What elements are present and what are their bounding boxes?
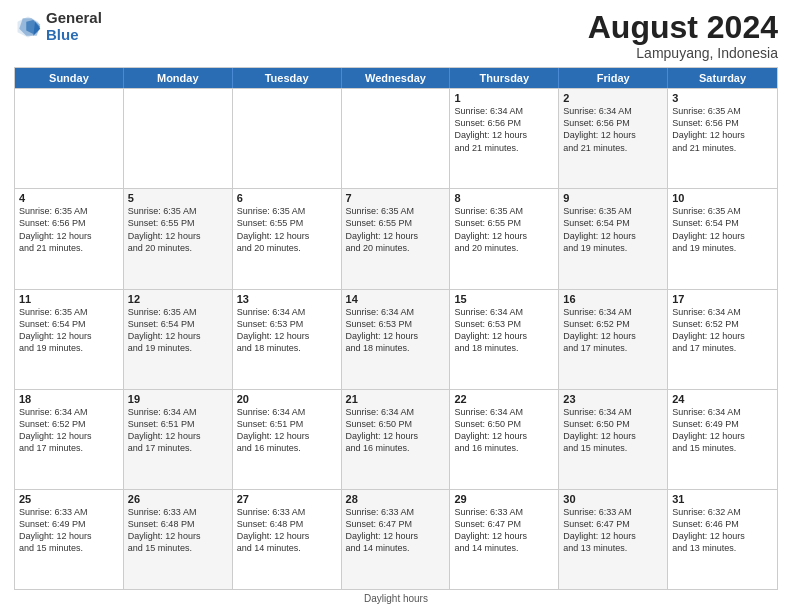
- page: General Blue August 2024 Lampuyang, Indo…: [0, 0, 792, 612]
- cell-info: Sunrise: 6:34 AM Sunset: 6:52 PM Dayligh…: [672, 306, 773, 355]
- cell-info: Sunrise: 6:35 AM Sunset: 6:55 PM Dayligh…: [237, 205, 337, 254]
- month-year: August 2024: [588, 10, 778, 45]
- day-number: 29: [454, 493, 554, 505]
- calendar-cell: 29Sunrise: 6:33 AM Sunset: 6:47 PM Dayli…: [450, 490, 559, 589]
- day-number: 12: [128, 293, 228, 305]
- day-number: 4: [19, 192, 119, 204]
- calendar-cell: 19Sunrise: 6:34 AM Sunset: 6:51 PM Dayli…: [124, 390, 233, 489]
- calendar-cell: 3Sunrise: 6:35 AM Sunset: 6:56 PM Daylig…: [668, 89, 777, 188]
- calendar-cell: 28Sunrise: 6:33 AM Sunset: 6:47 PM Dayli…: [342, 490, 451, 589]
- day-number: 2: [563, 92, 663, 104]
- calendar-week-row: 4Sunrise: 6:35 AM Sunset: 6:56 PM Daylig…: [15, 188, 777, 288]
- day-number: 10: [672, 192, 773, 204]
- cell-info: Sunrise: 6:34 AM Sunset: 6:51 PM Dayligh…: [237, 406, 337, 455]
- calendar-cell: 15Sunrise: 6:34 AM Sunset: 6:53 PM Dayli…: [450, 290, 559, 389]
- calendar-cell: 23Sunrise: 6:34 AM Sunset: 6:50 PM Dayli…: [559, 390, 668, 489]
- cell-info: Sunrise: 6:35 AM Sunset: 6:55 PM Dayligh…: [454, 205, 554, 254]
- calendar-week-row: 25Sunrise: 6:33 AM Sunset: 6:49 PM Dayli…: [15, 489, 777, 589]
- cell-info: Sunrise: 6:35 AM Sunset: 6:54 PM Dayligh…: [672, 205, 773, 254]
- logo-blue: Blue: [46, 27, 102, 44]
- day-number: 11: [19, 293, 119, 305]
- day-header: Tuesday: [233, 68, 342, 88]
- day-number: 7: [346, 192, 446, 204]
- calendar-cell: [233, 89, 342, 188]
- cell-info: Sunrise: 6:33 AM Sunset: 6:47 PM Dayligh…: [454, 506, 554, 555]
- calendar-cell: 4Sunrise: 6:35 AM Sunset: 6:56 PM Daylig…: [15, 189, 124, 288]
- day-number: 5: [128, 192, 228, 204]
- cell-info: Sunrise: 6:34 AM Sunset: 6:53 PM Dayligh…: [454, 306, 554, 355]
- calendar-cell: 25Sunrise: 6:33 AM Sunset: 6:49 PM Dayli…: [15, 490, 124, 589]
- calendar-cell: 30Sunrise: 6:33 AM Sunset: 6:47 PM Dayli…: [559, 490, 668, 589]
- day-header: Sunday: [15, 68, 124, 88]
- cell-info: Sunrise: 6:33 AM Sunset: 6:48 PM Dayligh…: [237, 506, 337, 555]
- day-number: 22: [454, 393, 554, 405]
- day-number: 17: [672, 293, 773, 305]
- day-number: 26: [128, 493, 228, 505]
- day-number: 8: [454, 192, 554, 204]
- day-number: 16: [563, 293, 663, 305]
- calendar: SundayMondayTuesdayWednesdayThursdayFrid…: [14, 67, 778, 590]
- header: General Blue August 2024 Lampuyang, Indo…: [14, 10, 778, 61]
- cell-info: Sunrise: 6:35 AM Sunset: 6:55 PM Dayligh…: [128, 205, 228, 254]
- calendar-cell: 2Sunrise: 6:34 AM Sunset: 6:56 PM Daylig…: [559, 89, 668, 188]
- calendar-cell: [15, 89, 124, 188]
- day-number: 15: [454, 293, 554, 305]
- calendar-header-row: SundayMondayTuesdayWednesdayThursdayFrid…: [15, 68, 777, 88]
- day-number: 6: [237, 192, 337, 204]
- day-number: 30: [563, 493, 663, 505]
- calendar-cell: 26Sunrise: 6:33 AM Sunset: 6:48 PM Dayli…: [124, 490, 233, 589]
- day-number: 19: [128, 393, 228, 405]
- day-header: Thursday: [450, 68, 559, 88]
- day-header: Friday: [559, 68, 668, 88]
- cell-info: Sunrise: 6:33 AM Sunset: 6:47 PM Dayligh…: [563, 506, 663, 555]
- day-number: 25: [19, 493, 119, 505]
- cell-info: Sunrise: 6:34 AM Sunset: 6:52 PM Dayligh…: [563, 306, 663, 355]
- calendar-cell: 11Sunrise: 6:35 AM Sunset: 6:54 PM Dayli…: [15, 290, 124, 389]
- day-number: 31: [672, 493, 773, 505]
- day-header: Monday: [124, 68, 233, 88]
- cell-info: Sunrise: 6:34 AM Sunset: 6:50 PM Dayligh…: [454, 406, 554, 455]
- calendar-cell: [124, 89, 233, 188]
- calendar-cell: 14Sunrise: 6:34 AM Sunset: 6:53 PM Dayli…: [342, 290, 451, 389]
- calendar-cell: 1Sunrise: 6:34 AM Sunset: 6:56 PM Daylig…: [450, 89, 559, 188]
- cell-info: Sunrise: 6:34 AM Sunset: 6:53 PM Dayligh…: [237, 306, 337, 355]
- logo-text: General Blue: [46, 10, 102, 43]
- title-block: August 2024 Lampuyang, Indonesia: [588, 10, 778, 61]
- logo-icon: [14, 13, 42, 41]
- calendar-cell: 6Sunrise: 6:35 AM Sunset: 6:55 PM Daylig…: [233, 189, 342, 288]
- cell-info: Sunrise: 6:35 AM Sunset: 6:54 PM Dayligh…: [19, 306, 119, 355]
- calendar-cell: 17Sunrise: 6:34 AM Sunset: 6:52 PM Dayli…: [668, 290, 777, 389]
- day-number: 21: [346, 393, 446, 405]
- cell-info: Sunrise: 6:34 AM Sunset: 6:50 PM Dayligh…: [563, 406, 663, 455]
- day-header: Saturday: [668, 68, 777, 88]
- calendar-cell: 12Sunrise: 6:35 AM Sunset: 6:54 PM Dayli…: [124, 290, 233, 389]
- calendar-week-row: 1Sunrise: 6:34 AM Sunset: 6:56 PM Daylig…: [15, 88, 777, 188]
- calendar-week-row: 18Sunrise: 6:34 AM Sunset: 6:52 PM Dayli…: [15, 389, 777, 489]
- cell-info: Sunrise: 6:35 AM Sunset: 6:55 PM Dayligh…: [346, 205, 446, 254]
- calendar-cell: 21Sunrise: 6:34 AM Sunset: 6:50 PM Dayli…: [342, 390, 451, 489]
- calendar-cell: 27Sunrise: 6:33 AM Sunset: 6:48 PM Dayli…: [233, 490, 342, 589]
- calendar-cell: 20Sunrise: 6:34 AM Sunset: 6:51 PM Dayli…: [233, 390, 342, 489]
- footer-note: Daylight hours: [14, 593, 778, 604]
- location: Lampuyang, Indonesia: [588, 45, 778, 61]
- day-number: 3: [672, 92, 773, 104]
- calendar-cell: 18Sunrise: 6:34 AM Sunset: 6:52 PM Dayli…: [15, 390, 124, 489]
- cell-info: Sunrise: 6:34 AM Sunset: 6:53 PM Dayligh…: [346, 306, 446, 355]
- calendar-cell: [342, 89, 451, 188]
- cell-info: Sunrise: 6:34 AM Sunset: 6:51 PM Dayligh…: [128, 406, 228, 455]
- cell-info: Sunrise: 6:35 AM Sunset: 6:56 PM Dayligh…: [672, 105, 773, 154]
- day-number: 13: [237, 293, 337, 305]
- day-number: 23: [563, 393, 663, 405]
- calendar-cell: 16Sunrise: 6:34 AM Sunset: 6:52 PM Dayli…: [559, 290, 668, 389]
- cell-info: Sunrise: 6:33 AM Sunset: 6:47 PM Dayligh…: [346, 506, 446, 555]
- day-number: 14: [346, 293, 446, 305]
- calendar-cell: 7Sunrise: 6:35 AM Sunset: 6:55 PM Daylig…: [342, 189, 451, 288]
- cell-info: Sunrise: 6:32 AM Sunset: 6:46 PM Dayligh…: [672, 506, 773, 555]
- day-number: 9: [563, 192, 663, 204]
- cell-info: Sunrise: 6:34 AM Sunset: 6:52 PM Dayligh…: [19, 406, 119, 455]
- cell-info: Sunrise: 6:35 AM Sunset: 6:54 PM Dayligh…: [563, 205, 663, 254]
- calendar-cell: 8Sunrise: 6:35 AM Sunset: 6:55 PM Daylig…: [450, 189, 559, 288]
- calendar-cell: 9Sunrise: 6:35 AM Sunset: 6:54 PM Daylig…: [559, 189, 668, 288]
- day-header: Wednesday: [342, 68, 451, 88]
- calendar-cell: 5Sunrise: 6:35 AM Sunset: 6:55 PM Daylig…: [124, 189, 233, 288]
